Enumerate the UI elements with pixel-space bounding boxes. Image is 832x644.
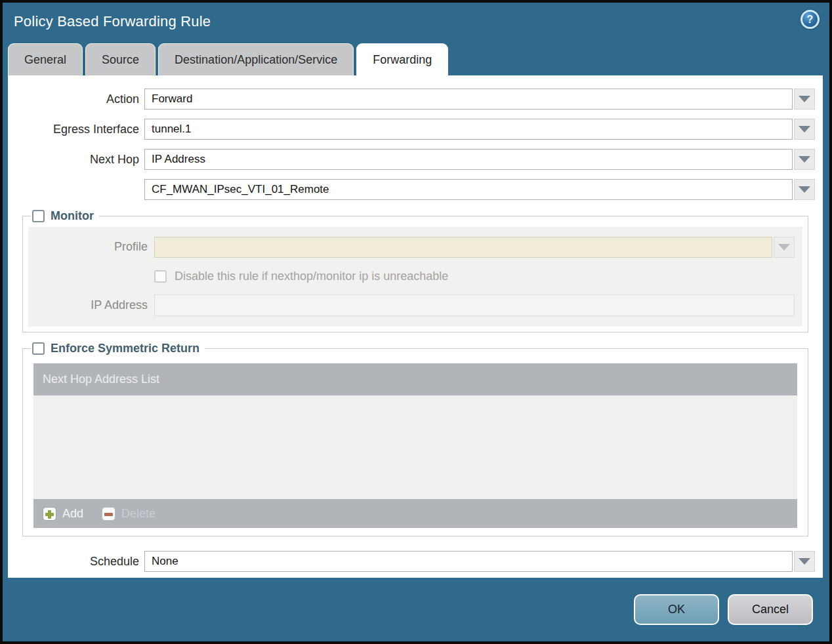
chevron-down-icon [799, 558, 810, 565]
chevron-down-icon [799, 186, 810, 193]
dialog-titlebar: Policy Based Forwarding Rule ? [3, 3, 829, 43]
next-hop-address-value[interactable]: CF_MWAN_IPsec_VTI_01_Remote [144, 179, 793, 200]
screenshot-stage: Policy Based Forwarding Rule ? General S… [0, 0, 832, 644]
egress-interface-dropdown[interactable]: tunnel.1 [144, 119, 815, 140]
profile-label: Profile [28, 240, 148, 254]
next-hop-type-dropdown-button[interactable] [794, 149, 815, 170]
monitor-legend: Monitor [31, 209, 99, 223]
disable-rule-checkbox [154, 270, 167, 283]
next-hop-address-dropdown-button[interactable] [794, 179, 815, 200]
table-header: Next Hop Address List [33, 363, 797, 395]
delete-button: Delete [102, 507, 156, 521]
chevron-down-icon [799, 96, 810, 102]
forwarding-tab-panel: Action Forward Egress Interface tunnel.1 [8, 75, 823, 578]
schedule-label: Schedule [8, 555, 139, 569]
action-value[interactable]: Forward [144, 89, 793, 110]
monitor-fields: Profile Disable this rule if nexthop/mon… [28, 227, 802, 327]
action-label: Action [8, 92, 139, 106]
next-hop-address-row: CF_MWAN_IPsec_VTI_01_Remote [8, 179, 815, 200]
disable-rule-label: Disable this rule if nexthop/monitor ip … [175, 270, 448, 283]
table-body-empty[interactable] [33, 395, 797, 499]
next-hop-label: Next Hop [8, 153, 139, 167]
ok-button[interactable]: OK [634, 594, 719, 625]
egress-interface-row: Egress Interface tunnel.1 [8, 119, 815, 140]
dialog-footer: OK Cancel [3, 578, 829, 641]
next-hop-row: Next Hop IP Address [8, 149, 815, 170]
next-hop-address-list-table: Next Hop Address List Add Delete [33, 363, 797, 528]
help-icon[interactable]: ? [801, 10, 820, 29]
symmetric-return-group: Enforce Symmetric Return Next Hop Addres… [22, 342, 808, 536]
symmetric-return-checkbox[interactable] [32, 342, 45, 355]
profile-dropdown-disabled [154, 237, 795, 258]
chevron-down-icon [778, 244, 790, 251]
tab-bar: General Source Destination/Application/S… [3, 43, 829, 75]
egress-interface-dropdown-button[interactable] [794, 119, 815, 140]
tab-forwarding[interactable]: Forwarding [356, 43, 448, 75]
action-dropdown[interactable]: Forward [144, 89, 815, 110]
disable-rule-row: Disable this rule if nexthop/monitor ip … [154, 267, 795, 285]
next-hop-type-value[interactable]: IP Address [144, 149, 793, 170]
profile-value [154, 237, 772, 258]
table-toolbar: Add Delete [33, 499, 797, 528]
minus-icon [102, 507, 115, 521]
tab-general[interactable]: General [8, 43, 83, 75]
schedule-dropdown-button[interactable] [794, 551, 815, 572]
schedule-row: Schedule None [8, 551, 815, 572]
schedule-dropdown[interactable]: None [144, 551, 815, 572]
action-row: Action Forward [8, 89, 815, 110]
profile-row: Profile [28, 236, 795, 258]
monitor-title: Monitor [51, 209, 94, 223]
monitor-group: Monitor Profile Disable [22, 209, 808, 332]
tab-source[interactable]: Source [85, 43, 156, 75]
profile-dropdown-button [774, 237, 795, 258]
dialog-title: Policy Based Forwarding Rule [14, 13, 211, 30]
plus-icon [43, 507, 56, 521]
monitor-checkbox[interactable] [32, 210, 45, 222]
tab-destination-application-service[interactable]: Destination/Application/Service [158, 43, 354, 75]
monitor-ip-row: IP Address [28, 294, 795, 316]
add-button-label: Add [62, 507, 83, 521]
next-hop-type-dropdown[interactable]: IP Address [144, 149, 815, 170]
monitor-ip-input-disabled [154, 294, 795, 316]
symmetric-return-title: Enforce Symmetric Return [51, 342, 199, 355]
chevron-down-icon [799, 126, 810, 132]
cancel-button[interactable]: Cancel [728, 594, 813, 625]
add-button[interactable]: Add [43, 507, 83, 521]
symmetric-return-legend: Enforce Symmetric Return [31, 342, 205, 355]
chevron-down-icon [799, 156, 810, 163]
schedule-value[interactable]: None [144, 551, 793, 572]
egress-interface-value[interactable]: tunnel.1 [144, 119, 793, 140]
pbf-rule-dialog: Policy Based Forwarding Rule ? General S… [3, 3, 829, 641]
egress-interface-label: Egress Interface [8, 123, 139, 136]
monitor-ip-label: IP Address [28, 298, 148, 312]
action-dropdown-button[interactable] [794, 89, 815, 110]
delete-button-label: Delete [121, 507, 156, 521]
next-hop-address-dropdown[interactable]: CF_MWAN_IPsec_VTI_01_Remote [144, 179, 815, 200]
